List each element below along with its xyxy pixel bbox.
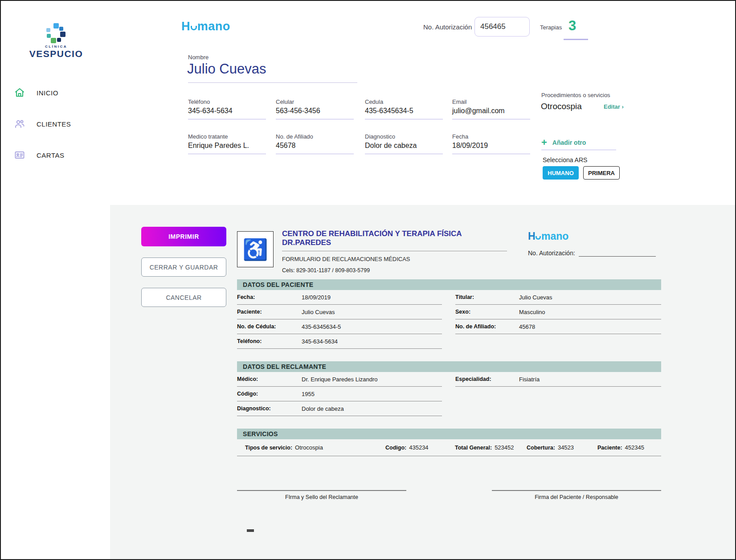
field-row: Titular: Julio Cuevas (455, 290, 661, 305)
service-item: Tipos de servicio:Otrocospia (245, 444, 323, 451)
document-subtitle: FORMULARIO DE RECLAMACIONES MÉDICAS (282, 256, 507, 262)
id-card-icon (14, 150, 25, 160)
field-row: No. de Cédula: 435-6345634-5 (237, 319, 442, 334)
ars-primera-button[interactable]: PRIMERA (583, 166, 620, 180)
chevron-right-icon: › (622, 103, 623, 110)
procedure-value: Otrocospia (541, 102, 582, 111)
humano-logo-document: Hmano (528, 230, 656, 242)
clinic-logo-name: VESPUCIO (27, 49, 86, 59)
document-phones: Cels: 829-301-1187 / 809-803-5799 (282, 267, 507, 274)
terapias-value[interactable]: 3 (568, 18, 576, 34)
add-other-button[interactable]: + Añadir otro (541, 138, 586, 147)
diagnostico-field[interactable]: Diagnostico Dolor de cabeza (365, 133, 443, 154)
service-item: Paciente:452345 (597, 444, 644, 451)
humano-u-arc (191, 26, 197, 30)
plus-icon: + (541, 138, 547, 147)
sidebar-item-inicio[interactable]: INICIO (14, 87, 58, 98)
ars-label: Selecciona ARS (543, 156, 587, 164)
imprimir-button[interactable]: IMPRIMIR (141, 227, 226, 246)
document-title: CENTRO DE REHABILITACIÓN Y TERAPIA FÍSIC… (282, 229, 507, 251)
document-auth-label: No. Autorización: (528, 249, 575, 257)
sidebar-item-label: INICIO (37, 89, 58, 97)
section-header-reclamante: DATOS DEL RECLAMANTE (237, 361, 661, 372)
humano-u-arc (536, 236, 541, 240)
cedula-field[interactable]: Cedula 435-6345634-5 (365, 98, 443, 119)
cancelar-button[interactable]: CANCELAR (141, 288, 226, 307)
celular-field[interactable]: Celular 563-456-3456 (276, 98, 354, 119)
clinic-cross-icon (46, 23, 66, 44)
section-header-servicios: SERVICIOS (237, 429, 661, 439)
app-window: CLÍNICA VESPUCIO INICIO CLIENTES CARTAS (0, 0, 736, 560)
clinic-logo: CLÍNICA VESPUCIO (27, 23, 86, 59)
auth-label: No. Autorización (423, 23, 472, 31)
wheelchair-icon: ♿ (242, 239, 268, 260)
add-other-underline (541, 150, 616, 150)
sidebar-item-label: CLIENTES (37, 120, 71, 128)
nombre-underline (188, 82, 357, 83)
procedures-title: Procedimientos o servicios (541, 92, 610, 98)
field-row: No. de Afiliado: 45678 (455, 319, 661, 334)
field-row: Paciente: Julio Cuevas (237, 305, 442, 319)
field-row: Fecha: 18/09/2019 (237, 290, 442, 305)
cutoff-element (247, 529, 254, 532)
medico-tratante-field[interactable]: Medico tratante Enrique Paredes L. (188, 133, 266, 154)
humano-logo: Hmano (181, 20, 230, 33)
service-item: Cobertura:34523 (527, 444, 574, 451)
field-row: Médico: Dr. Enrique Paredes Lizandro (237, 372, 442, 387)
accessibility-icon-box: ♿ (237, 231, 274, 267)
fecha-field[interactable]: Fecha 18/09/2019 (452, 133, 530, 154)
document-body: DATOS DEL PACIENTE Fecha: 18/09/2019 Pac… (237, 279, 661, 500)
email-field[interactable]: Email julio@gmail.com (452, 98, 530, 119)
home-icon (14, 87, 25, 98)
terapias-label: Terapias (540, 24, 562, 31)
auth-input[interactable] (474, 17, 530, 37)
field-row: Diagnostico: Dolor de cabeza (237, 401, 442, 416)
field-row: Sexo: Masculino (455, 305, 661, 319)
field-row: Especialidad: Fisiatría (455, 372, 661, 387)
terapias-underline (564, 39, 588, 40)
field-row: Teléfono: 345-634-5634 (237, 334, 442, 349)
clinic-logo-small-text: CLÍNICA (27, 45, 86, 49)
nombre-label: Nombre (188, 54, 209, 61)
section-header-paciente: DATOS DEL PACIENTE (237, 279, 661, 290)
document-brand: Hmano No. Autorización: (528, 230, 656, 257)
sidebar-item-label: CARTAS (37, 151, 64, 159)
sidebar-item-clientes[interactable]: CLIENTES (14, 119, 71, 129)
signature-paciente: Firma del Paciente / Responsable (492, 490, 661, 500)
nombre-field[interactable]: Julio Cuevas (187, 61, 266, 77)
field-row: Código: 1955 (237, 387, 442, 401)
cerrar-guardar-button[interactable]: CERRAR Y GUARDAR (141, 258, 226, 277)
service-item: Total General:523452 (455, 444, 514, 451)
sidebar-item-cartas[interactable]: CARTAS (14, 150, 64, 160)
document-header: CENTRO DE REHABILITACIÓN Y TERAPIA FÍSIC… (282, 229, 507, 274)
document-panel: IMPRIMIR CERRAR Y GUARDAR CANCELAR ♿ CEN… (110, 205, 735, 559)
services-row: Tipos de servicio:Otrocospia Codigo:4352… (237, 439, 661, 456)
auth-blank-line (579, 250, 656, 257)
ars-humano-button[interactable]: HUMANO (543, 166, 579, 180)
telefono-field[interactable]: Teléfono 345-634-5634 (188, 98, 266, 119)
users-icon (14, 119, 25, 129)
no-afiliado-field[interactable]: No. de Afiliado 45678 (276, 133, 354, 154)
service-item: Codigo:435234 (385, 444, 429, 451)
edit-link[interactable]: Editar › (604, 103, 624, 110)
signature-reclamante: FIrma y Sello del Reclamante (237, 490, 406, 500)
